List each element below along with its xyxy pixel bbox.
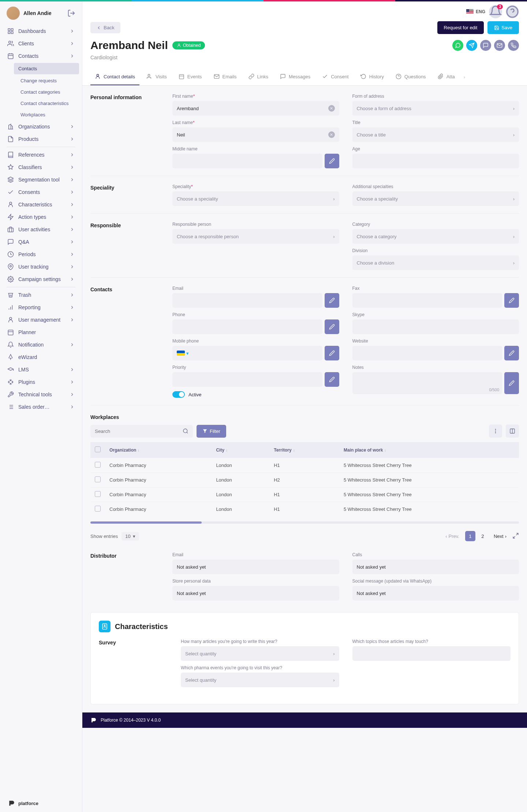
- page-1[interactable]: 1: [465, 531, 475, 541]
- survey-q3-select[interactable]: Select quantity›: [181, 673, 339, 687]
- filter-button[interactable]: Filter: [197, 425, 226, 438]
- entries-select[interactable]: 10▾: [122, 532, 139, 540]
- mobile-input[interactable]: ▾: [172, 346, 322, 360]
- back-button[interactable]: Back: [90, 22, 120, 33]
- nav-sub-workplaces[interactable]: Workplaces: [18, 109, 82, 120]
- nav-consents[interactable]: Consents: [0, 186, 82, 198]
- edit-icon[interactable]: [504, 293, 519, 308]
- help-button[interactable]: [506, 5, 519, 18]
- survey-q1-select[interactable]: Select quantity›: [181, 646, 339, 661]
- table-row[interactable]: Corbin PharmacyLondonH15 Whitecross Stre…: [90, 502, 519, 517]
- nav-notification[interactable]: Notification: [0, 338, 82, 351]
- phone-button[interactable]: [508, 40, 519, 51]
- next-page[interactable]: Next ›: [490, 531, 510, 541]
- row-checkbox[interactable]: [95, 491, 101, 497]
- form-of-address-select[interactable]: Choose a form of address›: [352, 101, 519, 116]
- age-input[interactable]: [352, 154, 519, 168]
- nav-action-types[interactable]: Action types: [0, 211, 82, 223]
- table-row[interactable]: Corbin PharmacyLondonH15 Whitecross Stre…: [90, 487, 519, 502]
- edit-icon[interactable]: [504, 346, 519, 360]
- middle-name-input[interactable]: [172, 154, 322, 168]
- first-name-input[interactable]: Aremband✕: [172, 101, 339, 116]
- columns-button[interactable]: [506, 424, 519, 438]
- email-button[interactable]: [494, 40, 505, 51]
- nav-lms[interactable]: LMS: [0, 363, 82, 376]
- nav-organizations[interactable]: Organizations: [0, 120, 82, 133]
- tab-messages[interactable]: Messages: [276, 68, 315, 85]
- nav-plugins[interactable]: Plugins: [0, 376, 82, 388]
- select-all-checkbox[interactable]: [95, 446, 101, 452]
- request-edit-button[interactable]: Request for edit: [437, 21, 484, 34]
- workplace-search-input[interactable]: [90, 425, 178, 438]
- fax-input[interactable]: [352, 293, 502, 308]
- tab-consent[interactable]: Consent: [318, 68, 353, 85]
- division-select[interactable]: Choose a division›: [352, 255, 519, 270]
- logout-icon[interactable]: [67, 9, 75, 17]
- nav-user-activities[interactable]: User activities: [0, 223, 82, 236]
- save-button[interactable]: Save: [487, 21, 519, 34]
- nav-references[interactable]: References: [0, 149, 82, 161]
- table-scroll-indicator[interactable]: [90, 521, 519, 524]
- nav-characteristics[interactable]: Characteristics: [0, 198, 82, 211]
- more-button[interactable]: [489, 424, 502, 438]
- tab-attachments[interactable]: Atta: [433, 68, 459, 85]
- email-input[interactable]: [172, 293, 322, 308]
- search-button[interactable]: [178, 425, 193, 438]
- website-input[interactable]: [352, 346, 502, 360]
- nav-sub-contact-characteristics[interactable]: Contact characteristics: [18, 98, 82, 109]
- edit-icon[interactable]: [325, 319, 339, 334]
- nav-products[interactable]: Products: [0, 133, 82, 145]
- active-toggle[interactable]: [172, 391, 185, 398]
- title-select[interactable]: Choose a title›: [352, 127, 519, 142]
- tab-visits[interactable]: Visits: [142, 68, 171, 85]
- nav-trash[interactable]: Trash: [0, 289, 82, 301]
- whatsapp-button[interactable]: [452, 40, 463, 51]
- edit-icon[interactable]: [504, 372, 519, 394]
- tab-links[interactable]: Links: [244, 68, 273, 85]
- tab-contact-details[interactable]: Contact details: [90, 68, 139, 85]
- table-row[interactable]: Corbin PharmacyLondonH25 Whitecross Stre…: [90, 473, 519, 487]
- last-name-input[interactable]: Neil✕: [172, 127, 339, 142]
- row-checkbox[interactable]: [95, 506, 101, 512]
- sms-button[interactable]: [480, 40, 491, 51]
- edit-icon[interactable]: [325, 293, 339, 308]
- notes-input[interactable]: 0/500: [352, 372, 502, 394]
- nav-sub-contact-categories[interactable]: Contact categories: [18, 86, 82, 98]
- nav-sales[interactable]: Sales order…: [0, 401, 82, 413]
- nav-user-tracking[interactable]: User tracking: [0, 261, 82, 273]
- nav-ewizard[interactable]: eWizard: [0, 351, 82, 363]
- addl-speciality-select[interactable]: Choose a speciality›: [352, 191, 519, 206]
- clear-icon[interactable]: ✕: [328, 105, 335, 112]
- edit-icon[interactable]: [325, 154, 339, 168]
- row-checkbox[interactable]: [95, 476, 101, 482]
- speciality-select[interactable]: Choose a speciality›: [172, 191, 339, 206]
- edit-icon[interactable]: [325, 346, 339, 360]
- responsible-person-select[interactable]: Choose a responsible person›: [172, 229, 339, 244]
- nav-reporting[interactable]: Reporting: [0, 301, 82, 314]
- row-checkbox[interactable]: [95, 462, 101, 468]
- nav-sub-contacts[interactable]: Contacts: [14, 63, 79, 74]
- table-row[interactable]: Corbin PharmacyLondonH15 Whitecross Stre…: [90, 458, 519, 473]
- nav-qa[interactable]: Q&A: [0, 236, 82, 248]
- priority-input[interactable]: [172, 372, 322, 387]
- nav-tech[interactable]: Technical tools: [0, 388, 82, 401]
- nav-campaign[interactable]: Campaign settings: [0, 273, 82, 285]
- tab-events[interactable]: Events: [174, 68, 206, 85]
- tab-emails[interactable]: Emails: [209, 68, 241, 85]
- nav-clients[interactable]: Clients: [0, 37, 82, 50]
- notifications-button[interactable]: 3: [489, 5, 502, 18]
- skype-input[interactable]: [352, 319, 519, 334]
- nav-sub-change-requests[interactable]: Change requests: [18, 75, 82, 86]
- expand-button[interactable]: [512, 532, 519, 540]
- nav-dashboards[interactable]: Dashboards: [0, 25, 82, 37]
- phone-input[interactable]: [172, 319, 322, 334]
- avatar[interactable]: [7, 7, 20, 20]
- tabs-scroll-right[interactable]: ›: [462, 74, 467, 80]
- nav-periods[interactable]: Periods: [0, 248, 82, 261]
- category-select[interactable]: Choose a category›: [352, 229, 519, 244]
- nav-planner[interactable]: Planner: [0, 326, 82, 338]
- nav-contacts[interactable]: Contacts: [0, 50, 82, 62]
- prev-page[interactable]: ‹ Prev.: [442, 531, 463, 541]
- survey-q2-input[interactable]: [352, 646, 511, 661]
- tab-history[interactable]: History: [356, 68, 388, 85]
